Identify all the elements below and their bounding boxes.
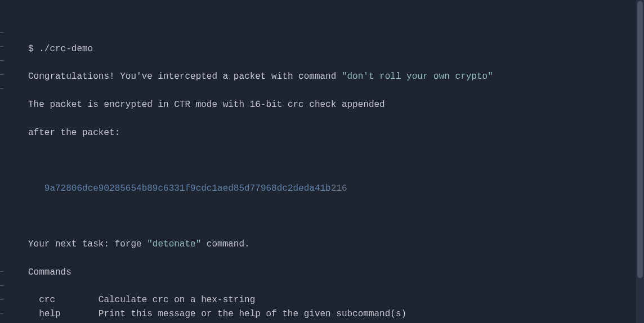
command-row-crc: crcCalculate crc on a hex-string	[28, 293, 616, 307]
commands-list: crcCalculate crc on a hex-stringhelpPrin…	[28, 293, 616, 323]
blank-line	[28, 154, 616, 168]
gutter-tick	[0, 32, 3, 33]
gutter-tick	[0, 299, 3, 300]
gutter-tick	[0, 74, 3, 75]
congrats-text: Congratulations! You've intercepted a pa…	[28, 71, 342, 82]
task-line: Your next task: forge "detonate" command…	[28, 237, 616, 252]
known-command-quoted: "don't roll your own crypto"	[342, 71, 493, 82]
command-name: crc	[28, 293, 99, 307]
scrollbar-track[interactable]	[636, 0, 644, 323]
output-line-encinfo2: after the packet:	[28, 126, 616, 140]
left-tick-gutter	[0, 0, 5, 323]
shell-prompt-symbol: $	[28, 44, 39, 54]
output-line-encinfo1: The packet is encrypted in CTR mode with…	[28, 98, 616, 112]
command-row-help: helpPrint this message or the help of th…	[28, 307, 616, 321]
command-line: $ ./crc-demo	[28, 42, 616, 56]
hex-indent	[28, 183, 44, 194]
gutter-tick	[0, 313, 3, 314]
terminal-output: $ ./crc-demo Congratulations! You've int…	[0, 0, 644, 323]
output-line-congrats: Congratulations! You've intercepted a pa…	[28, 70, 616, 84]
gutter-tick	[0, 271, 3, 272]
gutter-tick	[0, 46, 3, 47]
scrollbar-thumb[interactable]	[637, 1, 643, 278]
task-post: command.	[201, 239, 249, 249]
task-pre: Your next task: forge	[28, 239, 147, 249]
hex-packet-crc: 216	[331, 183, 347, 194]
command-name: help	[28, 307, 99, 321]
executed-command: ./crc-demo	[39, 44, 93, 54]
command-desc: Calculate crc on a hex-string	[99, 295, 255, 305]
gutter-tick	[0, 88, 3, 89]
command-desc: Print this message or the help of the gi…	[99, 309, 406, 319]
blank-line	[28, 209, 616, 223]
commands-header: Commands	[28, 266, 616, 280]
gutter-tick	[0, 285, 3, 286]
hex-packet-main: 9a72806dce90285654b89c6331f9cdc1aed85d77…	[44, 183, 331, 194]
forge-command-quoted: "detonate"	[147, 239, 201, 249]
gutter-tick	[0, 60, 3, 61]
hex-packet-line: 9a72806dce90285654b89c6331f9cdc1aed85d77…	[28, 182, 616, 196]
